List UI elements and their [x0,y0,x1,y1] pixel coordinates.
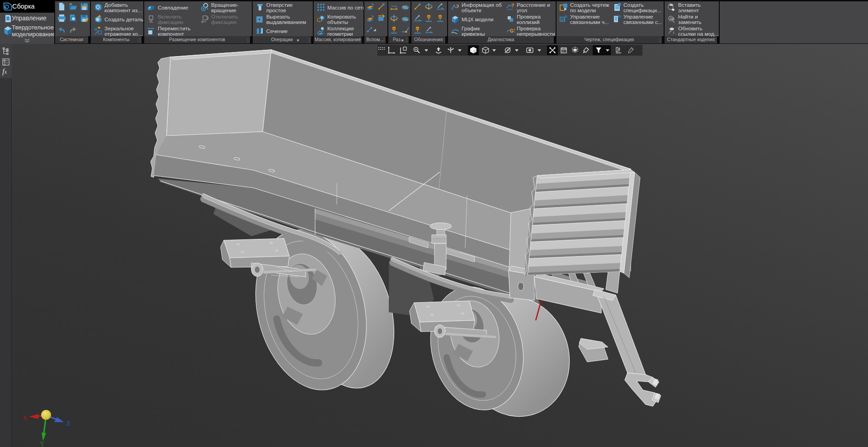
svg-text:Y: Y [40,440,45,447]
svg-text:X: X [23,414,28,422]
svg-text:Z: Z [66,420,71,427]
